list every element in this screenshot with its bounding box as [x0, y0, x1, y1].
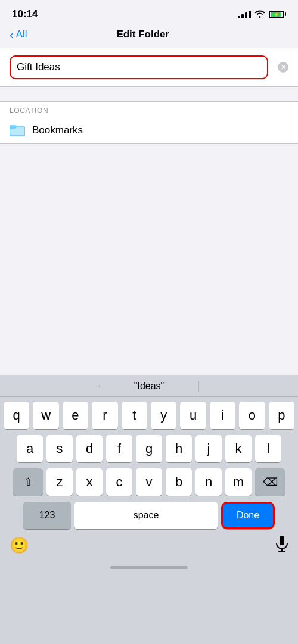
- nav-bar: ‹ All Edit Folder: [0, 24, 298, 48]
- key-h[interactable]: h: [166, 435, 192, 462]
- keyboard-bottom-bar: 🙂: [0, 532, 298, 561]
- location-row[interactable]: Bookmarks: [0, 117, 298, 143]
- key-s[interactable]: s: [46, 435, 73, 462]
- wifi-icon: [254, 10, 265, 20]
- key-row-4: 123 space Done: [4, 502, 294, 529]
- folder-icon: [10, 124, 25, 136]
- delete-key[interactable]: ⌫: [255, 468, 285, 496]
- key-j[interactable]: j: [195, 435, 222, 462]
- back-button[interactable]: ‹ All: [10, 29, 27, 40]
- key-l[interactable]: l: [255, 435, 281, 462]
- folder-name-input-wrapper[interactable]: [10, 55, 268, 79]
- key-y[interactable]: y: [151, 402, 176, 429]
- autocomplete-bar: "Ideas": [0, 375, 298, 397]
- status-time: 10:14: [12, 8, 38, 20]
- key-k[interactable]: k: [225, 435, 252, 462]
- key-n[interactable]: n: [195, 468, 222, 496]
- key-u[interactable]: u: [180, 402, 206, 429]
- chevron-left-icon: ‹: [10, 29, 14, 40]
- back-label: All: [16, 29, 27, 40]
- folder-name-section: ✕: [0, 48, 298, 87]
- key-f[interactable]: f: [106, 435, 132, 462]
- key-e[interactable]: e: [63, 402, 88, 429]
- key-x[interactable]: x: [76, 468, 103, 496]
- svg-rect-4: [10, 127, 25, 135]
- key-q[interactable]: q: [4, 402, 29, 429]
- autocomplete-center[interactable]: "Ideas": [100, 380, 199, 393]
- space-key[interactable]: space: [74, 502, 218, 529]
- key-z[interactable]: z: [46, 468, 73, 496]
- key-row-3: ⇧ z x c v b n m ⌫: [4, 468, 294, 496]
- shift-key[interactable]: ⇧: [13, 468, 43, 496]
- key-v[interactable]: v: [136, 468, 162, 496]
- folder-name-input[interactable]: [17, 61, 261, 73]
- folder-name-row: ✕: [10, 48, 288, 86]
- done-key[interactable]: Done: [221, 502, 275, 529]
- keyboard-rows: q w e r t y u i o p a s d f g h j k l ⇧ …: [0, 397, 298, 532]
- key-d[interactable]: d: [76, 435, 103, 462]
- microphone-button[interactable]: [275, 535, 288, 555]
- location-section: LOCATION Bookmarks: [0, 101, 298, 144]
- autocomplete-left[interactable]: [0, 385, 100, 387]
- key-r[interactable]: r: [92, 402, 117, 429]
- location-name: Bookmarks: [32, 124, 83, 136]
- autocomplete-right[interactable]: [198, 385, 298, 387]
- home-indicator: [0, 561, 298, 573]
- key-c[interactable]: c: [106, 468, 132, 496]
- key-g[interactable]: g: [136, 435, 162, 462]
- key-i[interactable]: i: [210, 402, 235, 429]
- clear-input-button[interactable]: ✕: [278, 62, 288, 73]
- location-label: LOCATION: [0, 102, 298, 117]
- battery-icon: ⚡: [269, 11, 286, 18]
- key-t[interactable]: t: [122, 402, 147, 429]
- key-m[interactable]: m: [225, 468, 252, 496]
- status-icons: ⚡: [238, 10, 286, 20]
- emoji-button[interactable]: 🙂: [10, 536, 29, 555]
- page-title: Edit Folder: [116, 29, 169, 40]
- num-key[interactable]: 123: [23, 502, 71, 529]
- key-w[interactable]: w: [33, 402, 58, 429]
- key-a[interactable]: a: [17, 435, 43, 462]
- key-row-2: a s d f g h j k l: [4, 435, 294, 462]
- key-o[interactable]: o: [239, 402, 265, 429]
- content-area: ✕ LOCATION Bookmarks: [0, 48, 298, 144]
- keyboard: "Ideas" q w e r t y u i o p a s d f g h …: [0, 375, 298, 644]
- key-p[interactable]: p: [269, 402, 294, 429]
- status-bar: 10:14 ⚡: [0, 0, 298, 24]
- key-b[interactable]: b: [166, 468, 192, 496]
- signal-icon: [238, 11, 251, 18]
- svg-rect-5: [280, 536, 284, 545]
- home-bar: [110, 566, 188, 569]
- key-row-1: q w e r t y u i o p: [4, 402, 294, 429]
